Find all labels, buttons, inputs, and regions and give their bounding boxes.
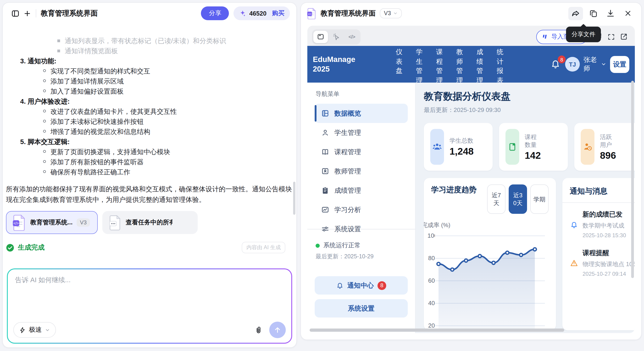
notification-item[interactable]: 课程提醒物理实验课地点 1052025-10-27 09:14: [570, 249, 635, 277]
sidebar-item[interactable]: 学生管理: [315, 123, 408, 142]
new-chat-button[interactable]: [21, 7, 33, 19]
stat-card: 活跃用户896: [574, 123, 635, 171]
prompt-input[interactable]: [8, 269, 291, 309]
chat-list-item-text: 增强了通知的视觉层次和信息结构: [50, 127, 150, 137]
open-external-icon: [620, 32, 628, 41]
chevron-down-icon[interactable]: [601, 62, 606, 67]
code-mode-tab[interactable]: </>: [344, 30, 359, 43]
courses-icon: [506, 129, 519, 165]
buy-button[interactable]: 购买: [272, 9, 284, 18]
system-settings-button[interactable]: 系统设置: [315, 299, 408, 318]
svg-text:</>: </>: [308, 12, 312, 15]
stat-text: 活跃用户896: [600, 129, 616, 165]
chat-transcript: 通知列表显示，带有状态标记（已读/未读）和分类标识通知详情预览面板 3. 通知功…: [3, 24, 294, 263]
notification-center-button[interactable]: 通知中心 8: [315, 276, 408, 294]
navbar-settings-button[interactable]: 设置: [610, 56, 629, 73]
chat-scrollbar[interactable]: [293, 182, 296, 215]
nav-item[interactable]: 教师管理: [456, 47, 463, 82]
notifications-card: 通知与消息 新的成绩已发数学期中考试成2025-10-28 15:30课程提醒物…: [562, 178, 635, 330]
notification-title: 课程提醒: [582, 249, 635, 258]
circle-bullet-icon: [43, 160, 46, 163]
clipboard-icon: [320, 186, 330, 194]
version-dropdown[interactable]: V3: [380, 8, 402, 18]
navbar-badge: 8: [558, 56, 566, 63]
share-file-button[interactable]: [568, 7, 583, 20]
sidebar-item[interactable]: 系统设置: [315, 219, 408, 238]
chart-range-tabs: 近7天近30天学期: [487, 184, 548, 214]
close-preview-button[interactable]: [620, 7, 635, 20]
sidebar-item[interactable]: 成绩管理: [315, 181, 408, 200]
generation-status: 生成完成: [18, 243, 44, 252]
open-external-button[interactable]: [618, 30, 630, 43]
all-files-card[interactable]: 查看任务中的所有文件: [102, 211, 198, 234]
nav-item[interactable]: 仪表盘: [396, 47, 403, 82]
arrow-up-icon: [274, 326, 281, 334]
stat-label: 课程数量: [525, 133, 538, 148]
preview-vertical-scrollbar[interactable]: [631, 81, 634, 278]
chat-list-item-text: 改进了仪表盘的通知卡片，使其更具交互性: [50, 106, 177, 116]
chat-section: 3. 通知功能:实现了不同类型通知的样式和交互添加了通知详情展示区域加入了通知偏…: [6, 56, 289, 96]
sidebar-item[interactable]: 数据概览: [315, 104, 408, 123]
range-tab[interactable]: 近30天: [509, 184, 527, 214]
credits-pill[interactable]: 46520 购买: [234, 6, 290, 20]
dashboard-title: 教育数据分析仪表盘: [424, 90, 635, 103]
avatar[interactable]: TJ: [565, 57, 580, 72]
sidebar-item-label: 教师管理: [334, 167, 361, 176]
embedded-app: EduManage 2025 仪表盘学生管理课程管理教师管理成绩管理统计报表 8…: [307, 46, 635, 333]
nav-item[interactable]: 统计报表: [496, 47, 504, 82]
context-bullet: 通知列表显示，带有状态标记（已读/未读）和分类标识: [57, 36, 289, 46]
stat-label: 活跃用户: [600, 133, 613, 148]
stat-value: 142: [525, 150, 541, 161]
copy-button[interactable]: [586, 7, 600, 20]
chat-list-item: 添加了通知详情展示区域: [43, 76, 289, 86]
share-button[interactable]: 分享: [201, 6, 229, 20]
preview-horizontal-scrollbar[interactable]: [310, 328, 564, 332]
chat-list-item-text: 添加了未读标记和快速操作按钮: [50, 116, 144, 127]
status-dot-icon: [316, 244, 320, 248]
fullscreen-button[interactable]: [604, 30, 618, 43]
context-bullet: 通知详情预览面板: [57, 46, 289, 56]
chat-list-item-text: 添加了通知详情展示区域: [50, 76, 124, 86]
send-button[interactable]: [269, 322, 286, 338]
notification-center-label: 通知中心: [347, 281, 374, 290]
download-button[interactable]: [603, 7, 618, 20]
chat-list-item: 实现了不同类型通知的样式和交互: [43, 66, 289, 76]
chat-section-list: 3. 通知功能:实现了不同类型通知的样式和交互添加了通知详情展示区域加入了通知偏…: [6, 56, 289, 177]
notification-time: 2025-10-28 15:30: [582, 232, 626, 238]
sidebar-toggle-button[interactable]: [9, 7, 21, 19]
circle-bullet-icon: [43, 90, 46, 92]
inspect-mode-tab[interactable]: [329, 30, 344, 43]
chart-y-ticks: 10080604020: [428, 231, 435, 330]
nav-item[interactable]: 学生管理: [416, 47, 423, 82]
range-tab-label: 近30天: [512, 191, 524, 207]
sidebar-item[interactable]: 课程管理: [315, 142, 408, 162]
dashboard-updated: 最后更新：2025-10-29 09:30: [424, 106, 635, 114]
notification-body: 课程提醒物理实验课地点 1052025-10-27 09:14: [582, 249, 635, 277]
sidebar-item-list: 数据概览学生管理课程管理教师管理成绩管理学习分析系统设置: [315, 104, 408, 238]
navbar-bell-button[interactable]: 8: [550, 59, 562, 70]
share-tooltip: 分享文件: [566, 26, 601, 42]
nav-item[interactable]: 课程管理: [436, 47, 443, 82]
window-icon: [317, 33, 324, 40]
range-tab[interactable]: 近7天: [487, 184, 506, 214]
circle-bullet-icon: [43, 69, 46, 72]
y-tick-label: 40: [428, 300, 435, 306]
y-tick-label: 20: [428, 322, 435, 329]
chat-section-title: 5. 脚本交互逻辑:: [20, 137, 289, 147]
user-icon: [320, 128, 330, 137]
sidebar-item[interactable]: 学习分析: [315, 200, 408, 219]
generated-file-card[interactable]: </> 教育管理系统... V3: [6, 211, 98, 234]
notification-item[interactable]: 新的成绩已发数学期中考试成2025-10-28 15:30: [570, 210, 635, 238]
file-version-badge: V3: [77, 218, 90, 227]
attach-button[interactable]: [254, 326, 263, 334]
mode-selector[interactable]: 极速: [13, 322, 56, 338]
range-tab[interactable]: 学期: [530, 184, 548, 214]
chat-section-title: 4. 用户体验改进:: [20, 96, 289, 106]
students-icon: [430, 129, 444, 165]
circle-bullet-icon: [43, 130, 46, 132]
y-tick-label: 80: [428, 255, 435, 262]
nav-item[interactable]: 成绩管理: [476, 47, 484, 82]
preview-mode-tab[interactable]: [313, 30, 328, 43]
trend-area-chart: [435, 231, 545, 330]
sidebar-item[interactable]: 教师管理: [315, 162, 408, 181]
